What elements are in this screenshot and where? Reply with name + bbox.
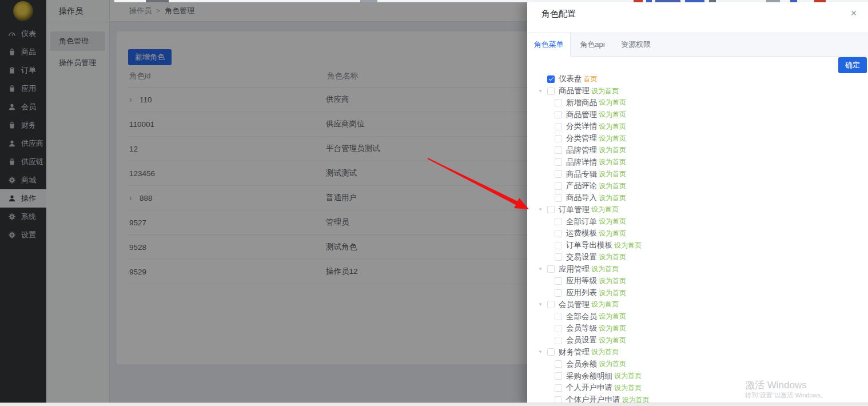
tree-checkbox[interactable] — [555, 253, 562, 261]
tree-row: 品牌管理 设为首页 — [527, 145, 868, 157]
set-home-link[interactable]: 设为首页 — [599, 359, 626, 369]
tree-row: 采购余额明细 设为首页 — [527, 370, 868, 382]
tree-row: 商品专辑 设为首页 — [527, 168, 868, 180]
set-home-link[interactable]: 设为首页 — [599, 169, 626, 179]
tree-checkbox[interactable] — [555, 384, 562, 392]
tree-node-label: 分类详情 — [566, 121, 597, 132]
set-home-link[interactable]: 设为首页 — [599, 145, 626, 155]
tree-checkbox[interactable] — [547, 265, 555, 273]
tree-node-label: 商品管理 — [559, 86, 590, 96]
set-home-link[interactable]: 设为首页 — [614, 241, 642, 250]
top-edge-fragment — [685, 0, 704, 2]
tree-checkbox[interactable] — [555, 170, 562, 178]
set-home-link[interactable]: 设为首页 — [591, 86, 619, 96]
tree-node-label: 会员等级 — [566, 323, 597, 333]
tree-checkbox[interactable] — [555, 325, 562, 332]
tree-checkbox[interactable] — [555, 242, 562, 249]
set-home-link[interactable]: 设为首页 — [599, 98, 626, 108]
tree-node-label: 品牌详情 — [566, 157, 597, 168]
tab-资源权限[interactable]: 资源权限 — [614, 33, 658, 56]
tree-checkbox[interactable] — [555, 360, 562, 368]
set-home-link[interactable]: 设为首页 — [599, 193, 626, 203]
tree-node-label: 商品管理 — [566, 110, 597, 120]
set-home-link[interactable]: 设为首页 — [599, 217, 626, 226]
set-home-link[interactable]: 设为首页 — [599, 157, 626, 167]
set-home-link[interactable]: 设为首页 — [599, 252, 626, 262]
tree-checkbox[interactable] — [547, 301, 555, 308]
tree-checkbox[interactable] — [555, 372, 562, 380]
set-home-link[interactable]: 设为首页 — [599, 229, 626, 238]
tree-node-label: 产品评论 — [566, 181, 597, 191]
tab-角色菜单[interactable]: 角色菜单 — [527, 33, 571, 57]
set-home-link[interactable]: 设为首页 — [599, 122, 626, 132]
tree-checkbox[interactable] — [547, 75, 555, 83]
app-window: 仪表 商品 订单 应用 会员 财务 供应商 供应链 商城 操作 系统 设置 操作… — [0, 0, 868, 406]
tree-checkbox[interactable] — [555, 99, 562, 106]
tree-row: 全部会员 设为首页 — [527, 311, 868, 323]
top-edge-fragment — [655, 0, 680, 2]
caret-down-icon[interactable]: ▼ — [538, 207, 547, 212]
tree-checkbox[interactable] — [555, 182, 562, 190]
tree-checkbox[interactable] — [547, 206, 555, 213]
tree-checkbox[interactable] — [555, 230, 562, 237]
set-home-link[interactable]: 设为首页 — [599, 110, 626, 120]
tree-row: 交易设置 设为首页 — [527, 251, 868, 263]
caret-down-icon[interactable]: ▼ — [538, 89, 547, 94]
tab-角色api[interactable]: 角色api — [571, 33, 614, 56]
set-home-link[interactable]: 设为首页 — [591, 300, 619, 309]
tree-checkbox[interactable] — [555, 218, 562, 225]
tree-node-label: 订单管理 — [559, 205, 590, 215]
top-edge-fragment — [766, 0, 780, 2]
tree-row: 产品评论 设为首页 — [527, 180, 868, 192]
set-home-link[interactable]: 设为首页 — [591, 205, 619, 214]
set-home-link[interactable]: 设为首页 — [614, 371, 642, 381]
set-home-link[interactable]: 设为首页 — [599, 134, 626, 144]
tree-node-label: 商品导入 — [566, 193, 597, 203]
drawer-title: 角色配置 — [541, 9, 576, 19]
set-home-link[interactable]: 设为首页 — [591, 347, 619, 357]
set-home-link[interactable]: 设为首页 — [599, 288, 626, 298]
set-home-link[interactable]: 设为首页 — [599, 276, 626, 286]
tree-node-label: 采购余额明细 — [566, 371, 612, 381]
tree-checkbox[interactable] — [555, 277, 562, 285]
tree-checkbox[interactable] — [555, 337, 562, 344]
tree-node-label: 会员设置 — [566, 335, 597, 345]
home-link[interactable]: 首页 — [584, 74, 598, 84]
tree-row: 分类详情 设为首页 — [527, 121, 868, 133]
tree-node-label: 商品专辑 — [566, 169, 597, 180]
tree-row: 会员余额 设为首页 — [527, 358, 868, 370]
tree-row: 应用等级 设为首页 — [527, 275, 868, 287]
tree-checkbox[interactable] — [547, 87, 555, 95]
tree-row: ▼ 应用管理 设为首页 — [527, 263, 868, 275]
tree-checkbox[interactable] — [555, 111, 562, 118]
caret-down-icon[interactable]: ▼ — [538, 349, 547, 355]
tree-checkbox[interactable] — [555, 135, 562, 142]
set-home-link[interactable]: 设为首页 — [591, 264, 619, 274]
tree-row: 商品管理 设为首页 — [527, 109, 868, 121]
set-home-link[interactable]: 设为首页 — [599, 324, 626, 333]
tree-node-label: 会员余额 — [566, 359, 597, 369]
tree-node-label: 订单导出模板 — [566, 240, 612, 250]
tree-checkbox[interactable] — [555, 146, 562, 154]
tree-row: 订单导出模板 设为首页 — [527, 240, 868, 252]
tree-checkbox[interactable] — [555, 123, 562, 130]
caret-down-icon[interactable]: ▼ — [538, 266, 547, 272]
close-icon[interactable]: × — [847, 7, 860, 19]
tree-row: 品牌详情 设为首页 — [527, 156, 868, 168]
tree-checkbox[interactable] — [555, 194, 562, 202]
tree-row: 个人开户申请 设为首页 — [527, 382, 868, 394]
caret-down-icon[interactable]: ▼ — [538, 302, 547, 307]
tree-checkbox[interactable] — [555, 313, 562, 320]
tree-node-label: 分类管理 — [566, 133, 597, 144]
set-home-link[interactable]: 设为首页 — [614, 383, 642, 393]
tree-checkbox[interactable] — [547, 348, 555, 356]
drawer-tabs: 角色菜单角色api资源权限 — [527, 33, 868, 57]
set-home-link[interactable]: 设为首页 — [599, 181, 626, 191]
set-home-link[interactable]: 设为首页 — [599, 336, 626, 345]
top-edge-fragment — [814, 0, 826, 2]
set-home-link[interactable]: 设为首页 — [599, 312, 626, 321]
tree-checkbox[interactable] — [555, 289, 562, 297]
confirm-button[interactable]: 确定 — [838, 57, 867, 73]
tree-checkbox[interactable] — [555, 158, 562, 166]
tree-node-label: 全部订单 — [566, 217, 597, 227]
